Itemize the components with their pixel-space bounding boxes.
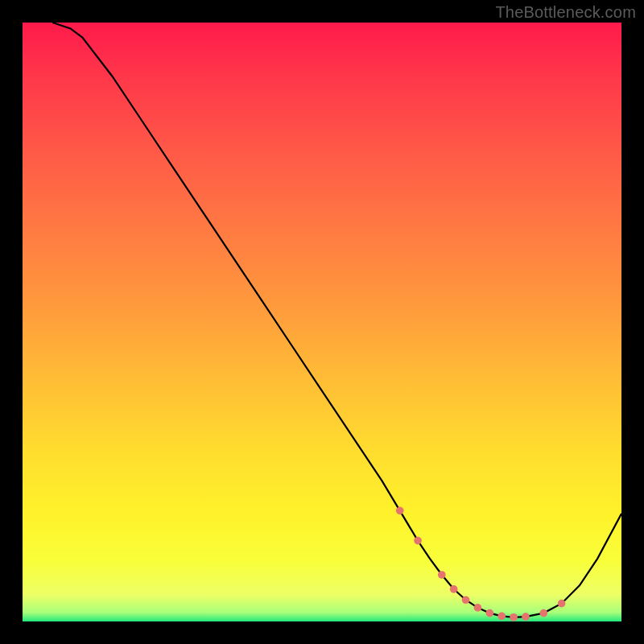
marker-dot xyxy=(558,600,566,608)
marker-dot xyxy=(539,609,547,617)
bottleneck-chart xyxy=(23,23,621,621)
marker-dot xyxy=(414,537,422,545)
marker-dot xyxy=(522,613,530,621)
marker-dot xyxy=(510,613,518,621)
marker-dot xyxy=(438,571,446,579)
gradient-plot-area xyxy=(23,23,621,621)
marker-dot xyxy=(474,604,482,612)
marker-dot xyxy=(450,585,458,593)
watermark-text: TheBottleneck.com xyxy=(495,3,636,22)
chart-stage: TheBottleneck.com xyxy=(0,0,644,644)
marker-dot xyxy=(396,507,404,515)
marker-dot xyxy=(485,609,493,617)
marker-dot xyxy=(497,612,506,620)
marker-dot xyxy=(462,596,470,604)
